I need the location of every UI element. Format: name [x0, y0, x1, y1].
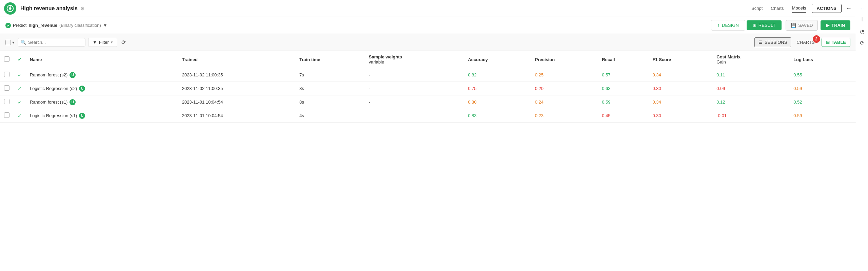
cell-value: 2023-11-01 10:04:54: [178, 95, 295, 109]
th-name: Name: [26, 51, 178, 68]
history-sidebar-icon[interactable]: ⟳: [857, 37, 868, 48]
metric-value: -0.01: [716, 113, 727, 118]
design-label: DESIGN: [722, 23, 739, 28]
nav-charts[interactable]: Charts: [771, 4, 784, 12]
nav-models[interactable]: Models: [792, 4, 806, 13]
th-sample-weights: Sample weights variable: [365, 51, 464, 68]
metric-value: 0.30: [652, 113, 661, 118]
metric-value: 0.20: [535, 86, 544, 91]
row-checkbox[interactable]: [4, 99, 9, 104]
cell-value: 8s: [295, 95, 364, 109]
cell-value: -: [365, 68, 464, 82]
metric-value: 0.45: [602, 113, 610, 118]
table-button[interactable]: ⊞ TABLE: [822, 38, 850, 47]
models-table: ✓ Name Trained Train time Sample weights…: [0, 51, 856, 123]
metric-value: 0.09: [716, 86, 725, 91]
actions-button[interactable]: ACTIONS: [812, 4, 842, 13]
sessions-button[interactable]: ☰ SESSIONS: [754, 37, 791, 47]
th-trained: Trained: [178, 51, 295, 68]
plus-sidebar-icon[interactable]: +: [857, 3, 868, 14]
th-train-time: Train time: [295, 51, 364, 68]
search-input[interactable]: [28, 40, 82, 45]
table-row: ✓ Logistic Regression (s1) U 2023-11-01 …: [0, 109, 856, 123]
result-tab[interactable]: ⊞ RESULT: [747, 20, 782, 30]
page-title: High revenue analysis: [20, 5, 78, 12]
settings-icon[interactable]: ⚙: [80, 6, 85, 11]
saved-button[interactable]: 💾 SAVED: [786, 20, 818, 31]
table-header-row: ✓ Name Trained Train time Sample weights…: [0, 51, 856, 68]
tab-group: ⫿ DESIGN ⊞ RESULT: [711, 20, 782, 31]
metric-value: 0.34: [652, 100, 661, 105]
cell-value: 2023-11-02 11:00:35: [178, 68, 295, 82]
metric-value: 0.59: [602, 100, 610, 105]
metric-value: 0.52: [793, 100, 802, 105]
svg-point-1: [9, 7, 11, 10]
cell-value: 2023-11-02 11:00:35: [178, 82, 295, 95]
header-checkbox[interactable]: [4, 56, 9, 62]
train-button[interactable]: ▶ TRAIN: [821, 20, 850, 30]
model-icon: U: [70, 99, 76, 105]
row-check-icon: ✓: [18, 72, 22, 78]
model-icon: U: [79, 113, 85, 119]
metric-value: 0.59: [793, 86, 802, 91]
top-nav: High revenue analysis ⚙ Script Charts Mo…: [0, 0, 856, 17]
save-icon: 💾: [791, 23, 796, 28]
app-logo: [4, 2, 16, 15]
refresh-button[interactable]: ⟳: [120, 38, 127, 47]
right-sidebar: + i ◔ ⟳: [856, 0, 868, 271]
status-dot: [5, 23, 11, 28]
cell-value: -: [365, 95, 464, 109]
metric-value: 0.80: [468, 100, 476, 105]
model-name-cell: Random forest (s2) U: [30, 72, 174, 78]
metric-value: 0.24: [535, 100, 544, 105]
th-log-loss: Log Loss: [789, 51, 856, 68]
th-cost-matrix-gain: Cost Matrix Gain: [712, 51, 789, 68]
cell-value: -: [365, 82, 464, 95]
saved-label: SAVED: [798, 23, 813, 28]
metric-value: 0.30: [652, 86, 661, 91]
cell-value: 7s: [295, 68, 364, 82]
filter-button[interactable]: ▼ Filter ▾: [88, 38, 117, 47]
cell-value: 3s: [295, 82, 364, 95]
predict-label: Predict high_revenue (Binary classificat…: [5, 23, 107, 28]
predict-type: (Binary classification): [59, 23, 101, 28]
sessions-label: SESSIONS: [765, 40, 787, 45]
predict-dropdown-arrow[interactable]: ▼: [103, 23, 107, 28]
predict-prefix: Predict: [13, 23, 26, 28]
cell-value: 2023-11-01 10:04:54: [178, 109, 295, 123]
select-all-checkbox[interactable]: [5, 40, 11, 45]
design-tab[interactable]: ⫿ DESIGN: [711, 20, 745, 31]
model-name-cell: Random forest (s1) U: [30, 99, 174, 105]
search-box: 🔍: [18, 38, 85, 47]
select-all-checkbox-group: ▾: [5, 39, 15, 46]
row-check-icon: ✓: [18, 100, 22, 105]
th-recall: Recall: [598, 51, 648, 68]
filter-dropdown-arrow: ▾: [111, 40, 113, 44]
nav-script[interactable]: Script: [751, 4, 763, 12]
clock-sidebar-icon[interactable]: ◔: [857, 26, 868, 37]
model-icon: U: [70, 72, 76, 78]
row-checkbox[interactable]: [4, 72, 9, 77]
row-check-icon: ✓: [18, 113, 22, 119]
th-check: ✓: [14, 51, 26, 68]
row-checkbox[interactable]: [4, 112, 9, 118]
train-label: TRAIN: [831, 23, 845, 28]
metric-value: 0.25: [535, 72, 544, 77]
table-row: ✓ Logistic Regression (s2) U 2023-11-02 …: [0, 82, 856, 95]
metric-value: 0.12: [716, 100, 725, 105]
charts-badge: 2: [813, 35, 820, 43]
model-name: Logistic Regression (s2): [30, 86, 77, 91]
filter-icon: ▼: [93, 40, 97, 45]
th-precision: Precision: [531, 51, 598, 68]
metric-value: 0.11: [716, 72, 725, 77]
models-table-wrap: ✓ Name Trained Train time Sample weights…: [0, 51, 856, 271]
checkbox-dropdown-toggle[interactable]: ▾: [12, 39, 15, 46]
metric-value: 0.23: [535, 113, 544, 118]
search-icon: 🔍: [21, 40, 26, 45]
model-icon: U: [79, 86, 85, 92]
row-checkbox[interactable]: [4, 85, 9, 91]
info-sidebar-icon[interactable]: i: [857, 14, 868, 25]
cell-value: -: [365, 109, 464, 123]
metric-value: 0.63: [602, 86, 610, 91]
back-button[interactable]: ←: [846, 5, 852, 12]
